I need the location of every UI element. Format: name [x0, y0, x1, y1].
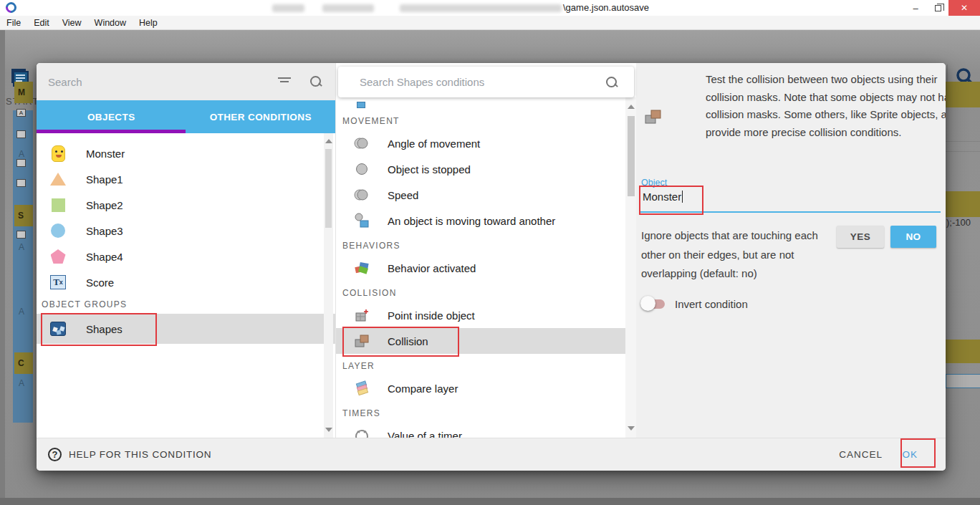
section-header-behaviors: BEHAVIORS: [336, 234, 625, 255]
scroll-up-icon[interactable]: [325, 139, 332, 143]
condition-description: Test the collision between two objects u…: [706, 71, 946, 141]
object-row-shape1[interactable]: Shape1: [37, 166, 335, 192]
section-header-layer: LAYER: [336, 354, 625, 375]
condition-search-bar[interactable]: Search Shapes conditions: [338, 67, 634, 97]
pentagon-shape-icon: [49, 249, 67, 264]
background-panel-edge: [0, 30, 5, 505]
square-shape-icon: [49, 198, 67, 212]
menu-window[interactable]: Window: [88, 18, 133, 28]
scroll-down-icon[interactable]: [325, 428, 332, 432]
circle-shape-icon: [49, 223, 67, 238]
background-selected-row: [946, 374, 980, 388]
object-row-monster[interactable]: Monster: [37, 140, 335, 166]
speed-icon: [353, 188, 370, 202]
condition-parameters-panel: Test the collision between two objects u…: [636, 63, 946, 438]
filter-icon[interactable]: [278, 77, 291, 85]
scrollbar-thumb[interactable]: [325, 149, 332, 228]
tab-other-conditions[interactable]: OTHER CONDITIONS: [186, 100, 336, 133]
yes-button[interactable]: YES: [837, 226, 884, 248]
tab-objects[interactable]: OBJECTS: [37, 100, 186, 133]
scroll-up-icon[interactable]: [628, 105, 635, 109]
background-row-divider: [946, 141, 980, 142]
background-event-cell: A: [19, 307, 24, 317]
condition-value-of-timer[interactable]: Value of a timer: [336, 423, 625, 438]
object-search-input[interactable]: Search: [48, 76, 82, 88]
object-field-input[interactable]: Monster: [643, 191, 683, 203]
restore-icon: [935, 5, 941, 11]
background-event-cell: M: [14, 82, 33, 103]
help-icon[interactable]: ?: [48, 448, 62, 461]
object-row-shape4[interactable]: Shape4: [37, 244, 335, 269]
condition-speed[interactable]: Speed: [336, 182, 625, 208]
section-header-timers: TIMERS: [336, 401, 625, 423]
group-row-shapes[interactable]: Shapes: [37, 314, 335, 344]
title-bar: \game.json.autosave – ✕: [0, 0, 980, 16]
help-link[interactable]: HELP FOR THIS CONDITION: [69, 449, 211, 460]
object-list-scrollbar[interactable]: [324, 133, 333, 438]
menu-view[interactable]: View: [56, 18, 88, 28]
condition-editor-dialog: Search OBJECTS OTHER CONDITIONS Monster …: [37, 63, 946, 471]
left-panel-tabs: OBJECTS OTHER CONDITIONS: [37, 100, 335, 133]
gdevelop-logo-icon: [4, 0, 19, 15]
condition-search-input[interactable]: Search Shapes conditions: [360, 76, 484, 88]
condition-compare-layer[interactable]: Compare layer: [336, 375, 625, 401]
background-event-cell: S: [14, 205, 33, 226]
object-row-shape2[interactable]: Shape2: [37, 192, 335, 218]
text-cursor: [682, 191, 683, 203]
collision-icon: [644, 107, 663, 129]
background-event-cell: A: [19, 149, 24, 159]
menu-file[interactable]: File: [0, 18, 27, 28]
no-button[interactable]: NO: [890, 226, 936, 248]
background-code-snippet: );-100: [946, 217, 971, 228]
minimize-button[interactable]: –: [904, 0, 927, 16]
section-header-movement: MOVEMENT: [336, 109, 625, 130]
movement-angle-icon: [353, 136, 370, 150]
menu-help[interactable]: Help: [133, 18, 164, 28]
condition-object-is-stopped[interactable]: Object is stopped: [336, 156, 625, 182]
background-bottom-strip: [0, 498, 980, 505]
timer-icon: [353, 428, 370, 438]
collision-icon: [353, 333, 370, 349]
toggle-knob: [640, 296, 655, 311]
condition-behavior-activated[interactable]: Behavior activated: [336, 255, 625, 281]
clipped-list-item: [336, 97, 625, 109]
scroll-down-icon[interactable]: [628, 426, 635, 431]
point-inside-icon: [353, 307, 370, 323]
invert-condition-toggle[interactable]: [640, 296, 666, 312]
background-event-cell: [16, 130, 26, 138]
background-event-cell: A: [16, 109, 26, 117]
restore-button[interactable]: [927, 0, 948, 16]
text-object-icon: Tx: [49, 275, 67, 289]
application-window: \game.json.autosave – ✕ File Edit View W…: [0, 0, 980, 505]
scrollbar-thumb[interactable]: [628, 116, 635, 196]
menu-edit[interactable]: Edit: [27, 18, 56, 28]
search-icon[interactable]: [605, 76, 618, 89]
object-field-underline: [640, 211, 941, 213]
background-event-band: [946, 340, 980, 363]
condition-point-inside-object[interactable]: Point inside object: [336, 302, 625, 328]
search-icon[interactable]: [309, 75, 322, 88]
redacted-title-segment: [272, 4, 304, 12]
condition-list-scrollbar[interactable]: [625, 97, 637, 438]
close-button[interactable]: ✕: [948, 0, 980, 16]
object-search-bar[interactable]: Search: [37, 63, 335, 100]
cancel-button[interactable]: CANCEL: [839, 449, 883, 460]
condition-moving-toward[interactable]: An object is moving toward another: [336, 208, 625, 234]
object-row-shape3[interactable]: Shape3: [37, 218, 335, 244]
condition-collision[interactable]: Collision: [336, 328, 625, 354]
background-event-cell: [16, 159, 26, 167]
object-selector-panel: Search OBJECTS OTHER CONDITIONS Monster …: [37, 63, 335, 438]
redacted-title-segment: [322, 4, 374, 12]
object-row-score[interactable]: Tx Score: [37, 269, 335, 295]
behavior-icon: [353, 261, 370, 275]
object-icon-fragment: [357, 102, 365, 108]
window-title: \game.json.autosave: [563, 2, 649, 13]
condition-angle-of-movement[interactable]: Angle of movement: [336, 130, 625, 156]
monster-sprite-icon: [49, 145, 67, 162]
section-header-collision: COLLISION: [336, 281, 625, 302]
background-event-cell: C: [14, 352, 33, 374]
dialog-footer: ? HELP FOR THIS CONDITION CANCEL OK: [37, 438, 946, 471]
background-event-band: [946, 191, 980, 217]
object-list: Monster Shape1 Shape2 Shape3 Shape4: [37, 133, 335, 438]
ok-button[interactable]: OK: [902, 449, 918, 460]
